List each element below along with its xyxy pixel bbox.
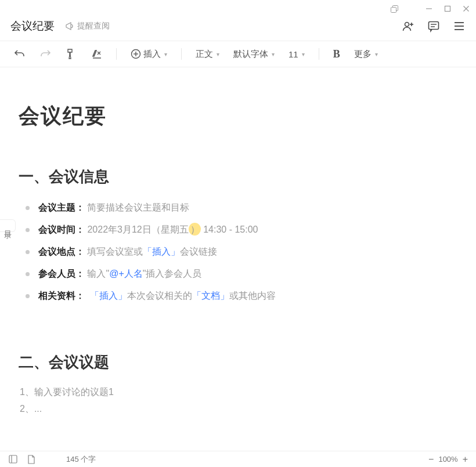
more-label: 更多	[354, 49, 372, 60]
document-title: 会议纪要	[19, 102, 457, 131]
info-placeholder: 简要描述会议主题和目标	[87, 202, 189, 212]
plus-circle-icon	[131, 49, 141, 59]
outline-panel-icon[interactable]	[8, 455, 17, 464]
menu-icon[interactable]	[453, 20, 466, 32]
font-family-label: 默认字体	[233, 49, 268, 60]
clear-format-button[interactable]	[91, 48, 102, 60]
chevron-down-icon: ▾	[302, 51, 305, 57]
font-family-dropdown[interactable]: 默认字体 ▾	[233, 49, 275, 60]
chevron-down-icon: ▾	[375, 51, 378, 57]
topics-block: 1、输入要讨论的议题1 2、...	[19, 386, 457, 415]
topic-line: 1、输入要讨论的议题1	[20, 386, 457, 399]
window-restore-icon[interactable]	[443, 5, 452, 13]
section-1-heading: 一、会议信息	[19, 166, 457, 187]
info-label-materials: 相关资料	[38, 291, 75, 301]
insert-link[interactable]: 「插入」	[90, 291, 127, 301]
insert-label: 插入	[143, 49, 161, 60]
content-scroll[interactable]: 目录 会议纪要 一、会议信息 会议主题： 简要描述会议主题和目标 会议时间： 2…	[0, 67, 476, 467]
mention-hint[interactable]: @+人名	[109, 269, 143, 278]
info-value-time: 2022年3月12日（星期五） 14:30 - 15:00	[87, 223, 258, 236]
list-item: 参会人员： 输入"@+人名"插入参会人员	[26, 267, 457, 281]
megaphone-icon	[65, 21, 74, 31]
topic-line: 2、...	[20, 403, 457, 415]
remind-label: 提醒查阅	[77, 21, 110, 31]
zoom-in-button[interactable]: +	[463, 454, 468, 465]
bold-button[interactable]: B	[333, 48, 340, 60]
info-label-attendee: 参会人员	[38, 269, 75, 278]
word-count: 145 个字	[66, 454, 96, 465]
svg-rect-8	[429, 22, 439, 30]
undo-button[interactable]	[14, 48, 26, 60]
insert-link[interactable]: 「插入」	[143, 247, 180, 256]
chevron-down-icon: ▾	[217, 51, 219, 57]
outline-toggle[interactable]: 目录	[0, 219, 16, 232]
paragraph-style-label: 正文	[196, 49, 213, 60]
font-size-value: 11	[289, 49, 298, 59]
info-label-time: 会议时间	[38, 225, 75, 234]
toolbar: 插入 ▾ 正文 ▾ 默认字体 ▾ 11 ▾ B 更多 ▾	[0, 41, 476, 67]
section-2-heading: 二、会议议题	[19, 352, 457, 372]
format-painter-button[interactable]	[65, 48, 77, 60]
comment-icon[interactable]	[427, 20, 440, 32]
header-row: 会议纪要 提醒查阅	[0, 15, 476, 41]
list-item: 会议主题： 简要描述会议主题和目标	[26, 201, 457, 215]
zoom-out-button[interactable]: −	[428, 454, 434, 465]
list-item: 相关资料： 「插入」本次会议相关的「文档」或其他内容	[26, 289, 457, 303]
page-icon[interactable]	[27, 455, 36, 464]
document-link[interactable]: 「文档」	[192, 291, 229, 301]
svg-rect-17	[9, 455, 17, 463]
meeting-info-list: 会议主题： 简要描述会议主题和目标 会议时间： 2022年3月12日（星期五） …	[19, 201, 457, 303]
info-label-venue: 会议地点	[38, 247, 75, 256]
svg-rect-0	[391, 7, 396, 12]
chevron-down-icon: ▾	[272, 51, 275, 57]
maximize-detach-icon[interactable]	[390, 5, 398, 13]
insert-dropdown[interactable]: 插入 ▾	[131, 49, 167, 60]
zoom-value: 100%	[438, 455, 457, 464]
more-dropdown[interactable]: 更多 ▾	[354, 49, 378, 60]
document-body[interactable]: 会议纪要 一、会议信息 会议主题： 简要描述会议主题和目标 会议时间： 2022…	[0, 79, 476, 432]
list-item: 会议时间： 2022年3月12日（星期五） 14:30 - 15:00	[26, 223, 457, 237]
svg-point-5	[405, 23, 409, 27]
cursor-highlight: ）	[189, 223, 201, 236]
add-user-icon[interactable]	[402, 20, 414, 32]
paragraph-style-dropdown[interactable]: 正文 ▾	[196, 49, 219, 60]
document-tab-title: 会议纪要	[10, 19, 55, 34]
list-item: 会议地点： 填写会议室或「插入」会议链接	[26, 245, 457, 259]
minimize-icon[interactable]	[425, 5, 433, 13]
title-bar	[0, 0, 476, 15]
redo-button[interactable]	[39, 48, 51, 60]
info-label-topic: 会议主题	[38, 202, 75, 212]
status-bar: 145 个字 − 100% +	[0, 451, 476, 467]
remind-button[interactable]: 提醒查阅	[65, 21, 110, 31]
close-icon[interactable]	[462, 5, 470, 13]
chevron-down-icon: ▾	[164, 51, 167, 57]
svg-rect-2	[445, 6, 450, 12]
font-size-dropdown[interactable]: 11 ▾	[289, 49, 305, 59]
